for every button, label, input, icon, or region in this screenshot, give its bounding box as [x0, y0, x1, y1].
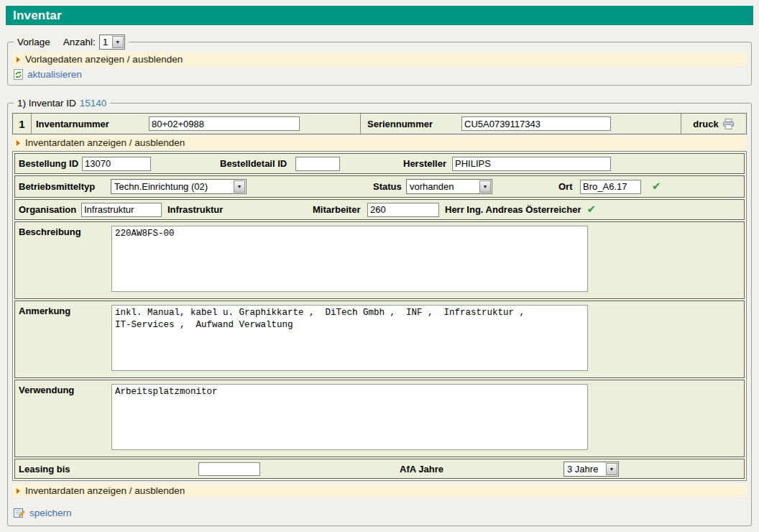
druck-button[interactable]: druck [681, 114, 746, 134]
mitarbeiter-name: Herr Ing. Andreas Österreicher [445, 204, 581, 215]
status-select-value: vorhanden [410, 181, 479, 192]
inventar-legend: 1) Inventar ID15140 [14, 98, 110, 109]
bestellung-id-input[interactable] [82, 157, 151, 171]
afa-jahre-label: AfA Jahre [400, 464, 444, 474]
inventar-legend-label: 1) Inventar ID [17, 98, 76, 109]
status-label: Status [373, 181, 406, 192]
check-icon: ✔ [652, 181, 661, 192]
beschreibung-row: Beschreibung 220AW8FS-00 [14, 221, 745, 299]
bestellung-row: Bestellung ID Bestelldetail ID Herstelle… [14, 153, 745, 174]
inventar-id-value: 15140 [80, 98, 107, 109]
ort-label: Ort [558, 181, 580, 192]
bestellung-id-label: Bestellung ID [19, 158, 82, 169]
inventarnummer-input[interactable] [149, 116, 300, 131]
chevron-down-icon: ▼ [234, 180, 245, 193]
inventar-detail-box: Bestellung ID Bestelldetail ID Herstelle… [12, 151, 747, 481]
beschreibung-label: Beschreibung [19, 226, 111, 237]
aktualisieren-link[interactable]: aktualisieren [27, 69, 82, 80]
inventar-header-row: 1 Inventarnummer Seriennummer druck [12, 113, 747, 134]
chevron-down-icon: ▼ [606, 463, 617, 475]
anmerkung-textarea[interactable]: inkl. Manual, kabel u. Graphikkarte , Di… [111, 305, 588, 371]
printer-icon [722, 119, 735, 129]
row-index: 1 [13, 114, 32, 134]
inventarnummer-label: Inventarnummer [36, 119, 149, 129]
vorlage-legend: Vorlage Anzahl: 1 ▼ [14, 35, 129, 50]
verwendung-row: Verwendung Arbeitsplatzmonitor [14, 380, 745, 457]
druck-label: druck [693, 119, 718, 129]
bestelldetail-id-label: Bestelldetail ID [220, 158, 295, 169]
betriebsmitteltyp-label: Betriebsmitteltyp [19, 181, 111, 192]
page: Inventar Vorlage Anzahl: 1 ▼ Vorlagedate… [0, 0, 759, 532]
save-icon [14, 508, 25, 518]
vorlage-legend-label: Vorlage [17, 37, 50, 47]
seriennummer-input[interactable] [461, 116, 611, 131]
vorlagedaten-toggle[interactable]: Vorlagedaten anzeigen / ausblenden [12, 52, 747, 66]
inventardaten-toggle-bottom[interactable]: Inventardaten anzeigen / ausblenden [12, 484, 747, 497]
inventardaten-toggle-top[interactable]: Inventardaten anzeigen / ausblenden [12, 136, 747, 150]
vorlage-fieldset: Vorlage Anzahl: 1 ▼ Vorlagedaten anzeige… [7, 35, 752, 86]
inventar-fieldset: 1) Inventar ID15140 1 Inventarnummer Ser… [7, 98, 752, 526]
speichern-link[interactable]: speichern [29, 508, 72, 518]
chevron-down-icon: ▼ [479, 180, 491, 193]
verwendung-textarea[interactable]: Arbeitsplatzmonitor [111, 384, 588, 450]
chevron-down-icon: ▼ [112, 36, 124, 48]
anzahl-select-value: 1 [103, 37, 111, 47]
app-title-bar: Inventar [6, 6, 753, 25]
betriebsmitteltyp-select-value: Techn.Einrichtung (02) [114, 181, 233, 192]
organisation-row: Organisation Infrastruktur Mitarbeiter H… [14, 199, 745, 220]
anzahl-select[interactable]: 1 ▼ [99, 35, 125, 50]
ort-input[interactable] [580, 180, 641, 194]
hersteller-label: Hersteller [403, 158, 449, 169]
anmerkung-row: Anmerkung inkl. Manual, kabel u. Graphik… [14, 301, 745, 378]
anmerkung-label: Anmerkung [19, 305, 111, 316]
refresh-icon [14, 69, 23, 80]
anzahl-label: Anzahl: [63, 37, 96, 47]
seriennummer-label: Seriennummer [367, 119, 461, 129]
leasing-bis-label: Leasing bis [19, 464, 79, 474]
organisation-input[interactable] [81, 203, 162, 217]
afa-jahre-select[interactable]: 3 Jahre ▼ [564, 462, 619, 477]
mitarbeiter-label: Mitarbeiter [313, 204, 367, 215]
status-select[interactable]: vorhanden ▼ [406, 179, 492, 194]
beschreibung-textarea[interactable]: 220AW8FS-00 [111, 226, 588, 292]
inventardaten-toggle-top-label: Inventardaten anzeigen / ausblenden [25, 137, 185, 148]
page-title: Inventar [13, 9, 62, 22]
betriebsmitteltyp-select[interactable]: Techn.Einrichtung (02) ▼ [111, 179, 247, 194]
hersteller-input[interactable] [452, 157, 611, 171]
leasing-row: Leasing bis AfA Jahre 3 Jahre ▼ [14, 459, 745, 479]
verwendung-label: Verwendung [19, 384, 111, 395]
inventardaten-toggle-bottom-label: Inventardaten anzeigen / ausblenden [25, 485, 185, 496]
vorlagedaten-toggle-label: Vorlagedaten anzeigen / ausblenden [25, 54, 183, 65]
leasing-bis-input[interactable] [198, 462, 260, 476]
organisation-name: Infrastruktur [167, 204, 313, 215]
arrow-right-icon [17, 140, 20, 146]
bestelldetail-id-input[interactable] [295, 157, 340, 171]
check-icon: ✔ [587, 204, 597, 215]
arrow-right-icon [17, 57, 20, 63]
organisation-label: Organisation [19, 204, 81, 215]
betriebsmitteltyp-row: Betriebsmitteltyp Techn.Einrichtung (02)… [14, 175, 745, 198]
afa-jahre-select-value: 3 Jahre [567, 464, 605, 474]
mitarbeiter-input[interactable] [367, 203, 439, 217]
arrow-right-icon [17, 488, 20, 494]
